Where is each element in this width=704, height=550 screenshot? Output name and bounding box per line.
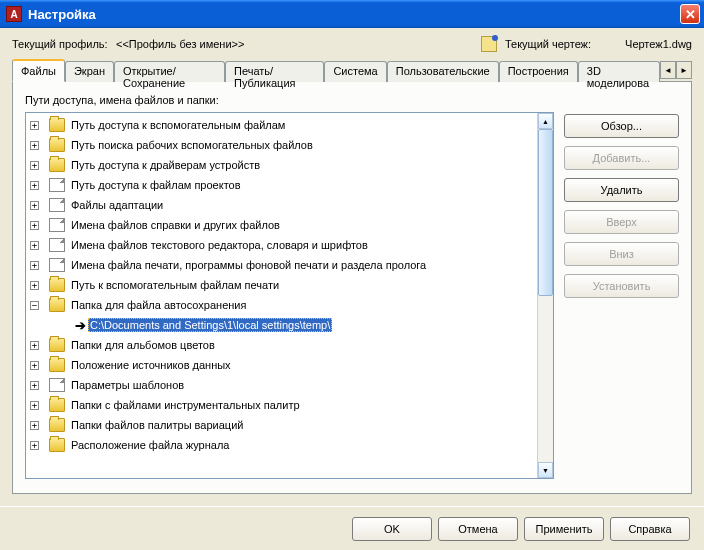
tab-0[interactable]: Файлы	[12, 59, 65, 82]
tree-node-label: Расположение файла журнала	[69, 438, 231, 452]
file-icon	[49, 218, 65, 232]
expand-icon[interactable]: +	[30, 361, 39, 370]
tree-container: +Путь доступа к вспомогательным файлам+П…	[25, 112, 554, 479]
drawing-icon	[481, 36, 497, 52]
panel-title: Пути доступа, имена файлов и папки:	[25, 94, 679, 106]
tree-node[interactable]: +Путь доступа к драйверам устройств	[26, 155, 537, 175]
tree-node-label: Файлы адаптации	[69, 198, 165, 212]
expand-icon[interactable]: +	[30, 141, 39, 150]
tab-3[interactable]: Печать/Публикация	[225, 61, 324, 82]
tree-node-label: Путь к вспомогательным файлам печати	[69, 278, 281, 292]
dialog-body: Текущий профиль: <<Профиль без имени>> Т…	[0, 28, 704, 506]
expand-icon[interactable]: +	[30, 421, 39, 430]
tab-6[interactable]: Построения	[499, 61, 578, 82]
tree-node-label: C:\Documents and Settings\1\local settin…	[88, 318, 332, 332]
tree-node-label: Путь доступа к файлам проектов	[69, 178, 243, 192]
tab-7[interactable]: 3D моделирова	[578, 61, 660, 82]
app-icon: A	[6, 6, 22, 22]
close-icon[interactable]: ✕	[680, 4, 700, 24]
folder-icon	[49, 278, 65, 292]
file-icon	[49, 178, 65, 192]
tab-4[interactable]: Система	[324, 61, 386, 82]
tree-node-label: Имена файла печати, программы фоновой пе…	[69, 258, 428, 272]
expand-icon[interactable]: +	[30, 441, 39, 450]
tree-node-label: Папка для файла автосохранения	[69, 298, 248, 312]
tab-panel-files: Пути доступа, имена файлов и папки: +Пут…	[12, 82, 692, 494]
expand-icon[interactable]: +	[30, 401, 39, 410]
scroll-up-icon[interactable]: ▲	[538, 113, 553, 129]
file-icon	[49, 258, 65, 272]
tree-node[interactable]: +Файлы адаптации	[26, 195, 537, 215]
tab-5[interactable]: Пользовательские	[387, 61, 499, 82]
tree-node[interactable]: +Расположение файла журнала	[26, 435, 537, 455]
bottom-bar: OKОтменаПрименитьСправка	[0, 506, 704, 550]
file-icon	[49, 198, 65, 212]
tab-scroll-right-icon[interactable]: ►	[676, 61, 692, 79]
scroll-track[interactable]	[538, 129, 553, 462]
tree-node-label: Путь доступа к драйверам устройств	[69, 158, 262, 172]
tree-node[interactable]: +Путь доступа к вспомогательным файлам	[26, 115, 537, 135]
tree-node[interactable]: −Папка для файла автосохранения	[26, 295, 537, 315]
tab-scroll-left-icon[interactable]: ◄	[660, 61, 676, 79]
tree-node[interactable]: +Имена файла печати, программы фоновой п…	[26, 255, 537, 275]
folder-icon	[49, 438, 65, 452]
tree-node-label: Папки для альбомов цветов	[69, 338, 217, 352]
tree-node-label: Имена файлов текстового редактора, слова…	[69, 238, 370, 252]
expand-icon[interactable]: +	[30, 181, 39, 190]
collapse-icon[interactable]: −	[30, 301, 39, 310]
tree-node[interactable]: +Папки с файлами инструментальных палитр	[26, 395, 537, 415]
profile-value: <<Профиль без имени>>	[116, 38, 477, 50]
profile-row: Текущий профиль: <<Профиль без имени>> Т…	[12, 36, 692, 52]
expand-icon[interactable]: +	[30, 121, 39, 130]
folder-icon	[49, 158, 65, 172]
tab-scroll: ◄ ►	[660, 60, 692, 81]
file-icon	[49, 378, 65, 392]
expand-icon[interactable]: +	[30, 201, 39, 210]
titlebar: A Настройка ✕	[0, 0, 704, 28]
expand-icon[interactable]: +	[30, 381, 39, 390]
tab-1[interactable]: Экран	[65, 61, 114, 82]
tree-node[interactable]: +Имена файлов справки и других файлов	[26, 215, 537, 235]
tree-node-label: Параметры шаблонов	[69, 378, 186, 392]
side-button-1: Добавить...	[564, 146, 679, 170]
scroll-down-icon[interactable]: ▼	[538, 462, 553, 478]
tree-node[interactable]: +Имена файлов текстового редактора, слов…	[26, 235, 537, 255]
side-button-0[interactable]: Обзор...	[564, 114, 679, 138]
tree-node-label: Папки файлов палитры вариаций	[69, 418, 245, 432]
folder-icon	[49, 398, 65, 412]
bottom-button-ok[interactable]: OK	[352, 517, 432, 541]
tree-node-label: Путь доступа к вспомогательным файлам	[69, 118, 287, 132]
tree[interactable]: +Путь доступа к вспомогательным файлам+П…	[26, 113, 537, 478]
window-title: Настройка	[28, 7, 680, 22]
expand-icon[interactable]: +	[30, 341, 39, 350]
expand-icon[interactable]: +	[30, 221, 39, 230]
arrow-icon: ➔	[72, 318, 88, 332]
bottom-button-отмена[interactable]: Отмена	[438, 517, 518, 541]
tree-child-path[interactable]: ➔C:\Documents and Settings\1\local setti…	[26, 315, 537, 335]
bottom-button-применить[interactable]: Применить	[524, 517, 604, 541]
tree-node[interactable]: +Папки файлов палитры вариаций	[26, 415, 537, 435]
tree-node-label: Имена файлов справки и других файлов	[69, 218, 282, 232]
folder-icon	[49, 138, 65, 152]
side-button-2[interactable]: Удалить	[564, 178, 679, 202]
tree-node-label: Папки с файлами инструментальных палитр	[69, 398, 302, 412]
bottom-button-справка[interactable]: Справка	[610, 517, 690, 541]
tab-2[interactable]: Открытие/Сохранение	[114, 61, 225, 82]
drawing-value: Чертеж1.dwg	[625, 38, 692, 50]
tab-bar: ФайлыЭкранОткрытие/СохранениеПечать/Публ…	[12, 60, 692, 82]
tree-scrollbar[interactable]: ▲ ▼	[537, 113, 553, 478]
drawing-label: Текущий чертеж:	[505, 38, 591, 50]
scroll-thumb[interactable]	[538, 129, 553, 296]
expand-icon[interactable]: +	[30, 241, 39, 250]
tree-node[interactable]: +Путь к вспомогательным файлам печати	[26, 275, 537, 295]
file-icon	[49, 238, 65, 252]
expand-icon[interactable]: +	[30, 261, 39, 270]
folder-icon	[49, 418, 65, 432]
tree-node[interactable]: +Положение источников данных	[26, 355, 537, 375]
expand-icon[interactable]: +	[30, 161, 39, 170]
expand-icon[interactable]: +	[30, 281, 39, 290]
tree-node[interactable]: +Папки для альбомов цветов	[26, 335, 537, 355]
tree-node[interactable]: +Путь поиска рабочих вспомогательных фай…	[26, 135, 537, 155]
tree-node[interactable]: +Путь доступа к файлам проектов	[26, 175, 537, 195]
tree-node[interactable]: +Параметры шаблонов	[26, 375, 537, 395]
